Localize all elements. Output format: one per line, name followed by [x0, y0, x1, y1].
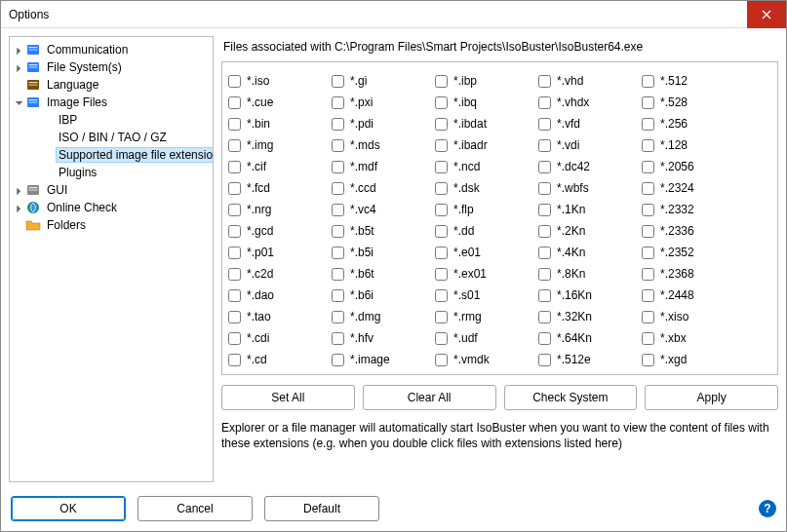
extension-checkbox[interactable]	[538, 268, 551, 281]
extension-checkbox[interactable]	[538, 225, 551, 238]
extension-item[interactable]: *.4Kn	[538, 244, 624, 261]
tree-item[interactable]: Language	[10, 76, 214, 94]
extension-item[interactable]: *.dmg	[332, 308, 417, 325]
extension-item[interactable]: *.flp	[435, 201, 521, 218]
extension-item[interactable]: *.vc4	[332, 201, 417, 218]
extension-checkbox[interactable]	[642, 118, 654, 131]
extension-item[interactable]: *.ibadr	[435, 136, 521, 154]
extension-checkbox[interactable]	[538, 75, 551, 88]
help-button[interactable]: ?	[759, 500, 776, 517]
extension-checkbox[interactable]	[435, 332, 448, 345]
extension-item[interactable]: *.512	[642, 72, 728, 90]
chevron-right-icon[interactable]: ⏵	[14, 45, 25, 56]
extension-checkbox[interactable]	[332, 75, 344, 88]
extension-item[interactable]: *.2448	[642, 286, 728, 304]
extension-item[interactable]: *.2336	[642, 222, 728, 240]
extension-item[interactable]: *.dc42	[538, 158, 624, 175]
chevron-right-icon[interactable]: ⏵	[14, 62, 25, 73]
extension-item[interactable]: *.b5t	[332, 222, 417, 240]
extension-item[interactable]: *.mdf	[332, 158, 417, 175]
tree-item[interactable]: ⏵File System(s)	[10, 58, 214, 76]
extension-item[interactable]: *.ibdat	[435, 115, 521, 133]
extension-checkbox[interactable]	[435, 75, 448, 88]
extension-checkbox[interactable]	[332, 247, 344, 259]
extension-item[interactable]: *.c2d	[228, 265, 314, 283]
extension-checkbox[interactable]	[228, 139, 241, 152]
extension-checkbox[interactable]	[228, 161, 241, 173]
extension-item[interactable]: *.xiso	[642, 308, 728, 325]
extension-item[interactable]: *.dsk	[435, 179, 521, 197]
extension-item[interactable]: *.udf	[435, 329, 521, 347]
extension-item[interactable]: *.b6t	[332, 265, 417, 283]
extension-checkbox[interactable]	[332, 354, 344, 366]
extension-checkbox[interactable]	[435, 354, 448, 366]
default-button[interactable]: Default	[264, 496, 379, 521]
extension-checkbox[interactable]	[435, 161, 448, 173]
extension-checkbox[interactable]	[435, 96, 448, 109]
extension-checkbox[interactable]	[228, 332, 241, 345]
check-system-button[interactable]: Check System	[504, 385, 638, 410]
extension-item[interactable]: *.image	[332, 351, 417, 368]
tree-item[interactable]: Supported image file extension	[10, 146, 214, 164]
extension-checkbox[interactable]	[642, 268, 654, 281]
extension-item[interactable]: *.hfv	[332, 329, 417, 347]
extension-checkbox[interactable]	[332, 182, 344, 195]
extension-item[interactable]: *.e01	[435, 244, 521, 261]
tree-item[interactable]: ⏵Online Check	[10, 199, 214, 216]
extension-checkbox[interactable]	[642, 204, 654, 216]
extension-item[interactable]: *.32Kn	[538, 308, 624, 325]
extension-item[interactable]: *.2368	[642, 265, 728, 283]
extension-item[interactable]: *.xbx	[642, 329, 728, 347]
extension-checkbox[interactable]	[538, 332, 551, 345]
extension-item[interactable]: *.vhd	[538, 72, 624, 90]
extension-checkbox[interactable]	[435, 204, 448, 216]
extension-checkbox[interactable]	[435, 139, 448, 152]
extension-checkbox[interactable]	[642, 161, 654, 173]
extension-item[interactable]: *.wbfs	[538, 179, 624, 197]
tree-item[interactable]: ⏵Communication	[10, 41, 214, 58]
extension-checkbox[interactable]	[228, 268, 241, 281]
extension-checkbox[interactable]	[332, 204, 344, 216]
extension-item[interactable]: *.vfd	[538, 115, 624, 133]
tree-item[interactable]: Folders	[10, 216, 214, 234]
extension-item[interactable]: *.rmg	[435, 308, 521, 325]
extension-checkbox[interactable]	[228, 182, 241, 195]
extension-checkbox[interactable]	[332, 225, 344, 238]
extension-item[interactable]: *.iso	[228, 72, 314, 90]
extension-checkbox[interactable]	[332, 96, 344, 109]
extension-checkbox[interactable]	[435, 268, 448, 281]
extension-item[interactable]: *.dd	[435, 222, 521, 240]
extension-item[interactable]: *.b5i	[332, 244, 417, 261]
extension-checkbox[interactable]	[332, 161, 344, 173]
extension-item[interactable]: *.tao	[228, 308, 314, 325]
tree-item[interactable]: ⏵GUI	[10, 181, 214, 199]
tree-item[interactable]: ⏷Image Files	[10, 94, 214, 111]
extension-checkbox[interactable]	[642, 182, 654, 195]
extension-item[interactable]: *.vhdx	[538, 94, 624, 111]
extension-checkbox[interactable]	[642, 75, 654, 88]
extension-checkbox[interactable]	[435, 311, 448, 323]
extension-checkbox[interactable]	[538, 139, 551, 152]
extension-checkbox[interactable]	[332, 289, 344, 302]
extension-checkbox[interactable]	[228, 354, 241, 366]
extension-checkbox[interactable]	[642, 289, 654, 302]
extension-item[interactable]: *.cdi	[228, 329, 314, 347]
extension-item[interactable]: *.xgd	[642, 351, 728, 368]
extension-item[interactable]: *.vdi	[538, 136, 624, 154]
extension-checkbox[interactable]	[228, 247, 241, 259]
extension-item[interactable]: *.img	[228, 136, 314, 154]
close-button[interactable]	[747, 1, 786, 28]
apply-button[interactable]: Apply	[645, 385, 778, 410]
extension-item[interactable]: *.256	[642, 115, 728, 133]
extension-checkbox[interactable]	[332, 118, 344, 131]
extension-checkbox[interactable]	[228, 311, 241, 323]
extension-checkbox[interactable]	[538, 96, 551, 109]
chevron-right-icon[interactable]: ⏵	[14, 203, 25, 213]
extension-item[interactable]: *.fcd	[228, 179, 314, 197]
extension-item[interactable]: *.512e	[538, 351, 624, 368]
extension-checkbox[interactable]	[538, 118, 551, 131]
extension-item[interactable]: *.2332	[642, 201, 728, 218]
extension-item[interactable]: *.64Kn	[538, 329, 624, 347]
extension-checkbox[interactable]	[642, 225, 654, 238]
extension-checkbox[interactable]	[435, 182, 448, 195]
